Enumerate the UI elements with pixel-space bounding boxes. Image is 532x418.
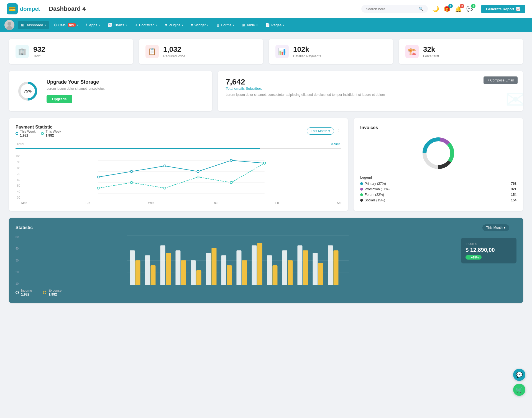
statistic-header: Statistic This Month ▾ ⋮	[16, 224, 516, 231]
this-month-filter-button[interactable]: This Month ▾	[307, 127, 334, 135]
compose-email-button[interactable]: + Compose Email	[484, 76, 518, 84]
nav-item-widget[interactable]: ♥ Widget ▾	[188, 21, 212, 29]
mid-row: 75% Upgrade Your Storage Lorem ipsum dol…	[9, 71, 523, 111]
required-price-value: 1,032	[163, 45, 185, 54]
bar-y-20: 20	[16, 271, 19, 274]
detailed-payments-label: Detalled Payments	[293, 54, 321, 58]
total-row: Total 3.982	[16, 142, 341, 146]
bar-chart-container: 50 40 30 20 10	[16, 235, 456, 296]
income-legend-value: 1.982	[21, 293, 32, 296]
forms-icon: 🖨	[216, 23, 220, 27]
payment-filter: This Month ▾ ⋮	[307, 127, 341, 135]
detailed-payments-icon: 📊	[275, 45, 289, 58]
nav-item-pages[interactable]: 📄 Pages ▾	[262, 21, 288, 29]
legend-label-promotion: Promotion (11%)	[365, 187, 390, 191]
legend-color-forum	[360, 193, 363, 196]
expense-legend-info: Expense 1.982	[48, 289, 62, 296]
svg-point-21	[130, 181, 132, 184]
invoices-more-icon[interactable]: ⋮	[511, 125, 516, 131]
y-axis-labels: 100 90 80 70 60 50 40 30	[16, 155, 21, 199]
chevron-icon: ▾	[328, 129, 330, 133]
svg-rect-60	[313, 253, 318, 285]
income-legend-label: Income	[21, 289, 32, 293]
page-title: Dashboard 4	[49, 5, 361, 12]
apps-icon: ℹ	[86, 23, 88, 27]
statistic-more-icon[interactable]: ⋮	[511, 225, 516, 231]
nav-item-apps[interactable]: ℹ Apps ▾	[83, 21, 103, 29]
nav-label-cms: CMS	[58, 23, 66, 27]
svg-rect-49	[227, 265, 232, 285]
payment-title-group: Payment Statistic This Week 1.982	[16, 125, 61, 137]
chat-button[interactable]: 💬 5	[466, 6, 473, 12]
total-label: Total	[17, 142, 24, 146]
line-chart-container: 100 90 80 70 60 50 40 30	[16, 155, 341, 204]
bar-y-10: 10	[16, 282, 19, 285]
logo: 💳 dompet	[7, 3, 40, 14]
more-options-icon[interactable]: ⋮	[336, 128, 341, 134]
search-icon: 🔍	[419, 7, 423, 11]
storage-description: Lorem ipsum dolor sit amet, onsectetur.	[47, 87, 105, 91]
income-panel: Income $ 12,890,00 ↑ +15%	[461, 238, 516, 263]
generate-report-button[interactable]: Generate Report 📈	[481, 5, 525, 13]
nav-item-bootstrap[interactable]: ✦ Bootstrap ▾	[131, 21, 161, 29]
bar-chart-with-axis: 50 40 30 20 10	[16, 235, 456, 285]
nav-item-dashboard[interactable]: ⊞ Dashboard ▾	[18, 21, 49, 29]
bar-chart-svg	[20, 235, 456, 285]
required-price-icon: 📋	[145, 45, 159, 58]
search-input[interactable]	[366, 7, 416, 11]
income-legend-dot	[16, 291, 19, 294]
email-description: Lorem ipsum dolor sit amet, consectetur …	[226, 93, 515, 97]
storage-card: 75% Upgrade Your Storage Lorem ipsum dol…	[9, 71, 212, 111]
statistic-controls: This Month ▾ ⋮	[482, 224, 516, 231]
legend-left-primary: Primary (27%)	[360, 182, 386, 186]
x-label-wed: Wed	[148, 201, 154, 204]
cms-icon: ⚙	[54, 23, 57, 27]
legend-row-promotion: Promotion (11%) 321	[360, 187, 516, 191]
nav-item-table[interactable]: ⊞ Table ▾	[239, 21, 261, 29]
svg-rect-50	[237, 250, 242, 285]
income-panel-wrap: Income $ 12,890,00 ↑ +15%	[461, 235, 516, 296]
income-badge-value: +15%	[471, 256, 479, 259]
nav-item-plugins[interactable]: ♥ Plugins ▾	[162, 21, 186, 29]
nav-label-forms: Forms	[221, 23, 231, 27]
chevron-down-icon: ▾	[45, 24, 46, 27]
storage-donut: 75%	[17, 80, 39, 102]
stat-info-payments: 102k Detalled Payments	[293, 45, 321, 58]
svg-rect-48	[221, 255, 226, 285]
chevron-down-icon-8: ▾	[233, 24, 234, 27]
dark-mode-button[interactable]: 🌙	[432, 6, 439, 12]
nav-label-dashboard: Dashboard	[25, 23, 43, 27]
legend-num-forum: 154	[511, 193, 516, 197]
y-label-60: 60	[16, 178, 20, 181]
payment-header: Payment Statistic This Week 1.982	[16, 125, 341, 137]
bar-y-40: 40	[16, 247, 19, 250]
nav-label-widget: Widget	[195, 23, 206, 27]
legend-info-2: This Week 1.982	[45, 130, 61, 137]
nav-item-charts[interactable]: 📉 Charts ▾	[104, 21, 130, 29]
bar-y-30: 30	[16, 259, 19, 262]
x-label-tue: Tue	[85, 201, 90, 204]
legend-left-promotion: Promotion (11%)	[360, 187, 390, 191]
nav-item-cms[interactable]: ⚙ CMS New ▾	[50, 21, 82, 29]
upgrade-button[interactable]: Upgrade	[47, 95, 72, 103]
x-axis-labels: Mon Tue Wed Thu Fri Sat	[21, 200, 341, 204]
gift-button[interactable]: 🎁 2	[444, 6, 451, 12]
stat-card-force-tariff: 🏗️ 32k Force tariff	[399, 39, 523, 64]
email-card: + Compose Email 7,642 Total emails Subcr…	[218, 71, 523, 111]
svg-rect-44	[191, 260, 196, 285]
total-bar-fill	[16, 148, 260, 149]
nav-avatar	[4, 20, 14, 30]
charts-row: Payment Statistic This Week 1.982	[9, 118, 523, 211]
chevron-down-icon-7: ▾	[207, 24, 208, 27]
svg-rect-40	[160, 245, 165, 285]
chart-icon: 📈	[516, 7, 520, 11]
legend-info-1: This Week 1.982	[20, 130, 35, 137]
tariff-value: 932	[33, 45, 45, 54]
svg-rect-63	[334, 250, 339, 285]
notification-button[interactable]: 🔔 12	[455, 6, 462, 12]
nav-item-forms[interactable]: 🖨 Forms ▾	[213, 21, 237, 29]
legend-label-socials: Socials (15%)	[365, 198, 385, 202]
svg-point-18	[230, 159, 232, 161]
svg-point-17	[197, 170, 199, 173]
statistic-month-filter[interactable]: This Month ▾	[482, 224, 509, 231]
